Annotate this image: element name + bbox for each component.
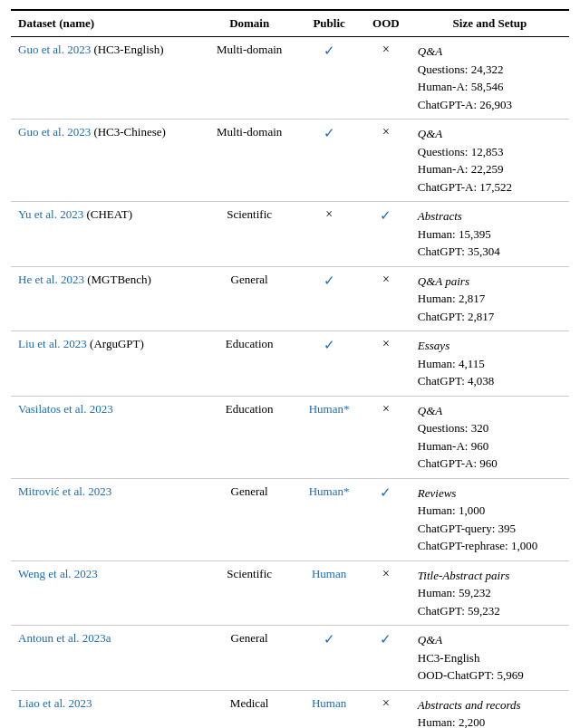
size-line: ChatGPT: 35,304 <box>418 244 500 258</box>
size-line: Human-A: 22,259 <box>418 162 504 176</box>
table-row: Liao et al. 2023MedicalHuman×Abstracts a… <box>11 690 569 728</box>
size-line: ChatGPT: 4,038 <box>418 374 495 388</box>
table-row: Guo et al. 2023 (HC3-Chinese)Multi-domai… <box>11 120 569 202</box>
cell-size: Q&AQuestions: 24,322Human-A: 58,546ChatG… <box>411 37 569 120</box>
cell-domain: General <box>202 626 296 691</box>
size-line: ChatGPT: 59,232 <box>418 604 500 618</box>
dataset-link[interactable]: Liao et al. 2023 <box>18 696 92 710</box>
dataset-link[interactable]: Weng et al. 2023 <box>18 567 98 580</box>
cell-ood: ✓ <box>362 478 411 560</box>
cell-domain: Education <box>202 331 296 397</box>
cell-domain: Medical <box>202 690 296 728</box>
cell-dataset-name: Liu et al. 2023 (ArguGPT) <box>11 331 202 397</box>
cross-icon: × <box>382 567 390 580</box>
check-icon: ✓ <box>380 208 392 223</box>
check-icon: ✓ <box>324 273 335 288</box>
size-line: Human: 59,232 <box>418 586 491 599</box>
cell-dataset-name: Yu et al. 2023 (CHEAT) <box>11 202 202 267</box>
cell-dataset-name: Mitrović et al. 2023 <box>11 478 202 560</box>
cell-ood: × <box>362 37 411 120</box>
cell-public: × <box>296 202 362 267</box>
cell-public: Human <box>296 560 362 626</box>
cross-icon: × <box>382 402 390 416</box>
size-line: Questions: 12,853 <box>418 145 504 158</box>
size-line: HC3-English <box>418 651 480 665</box>
dataset-name-suffix: (HC3-Chinese) <box>91 125 166 139</box>
table-row: Antoun et al. 2023aGeneral✓✓Q&AHC3-Engli… <box>11 626 569 691</box>
size-line: ChatGPT: 2,817 <box>418 310 495 323</box>
cell-size: Abstracts and recordsHuman: 2,200ChatGPT… <box>411 690 569 728</box>
check-icon: ✓ <box>380 485 392 500</box>
size-line: Human: 1,000 <box>418 503 485 517</box>
size-type: Abstracts and records <box>418 698 521 712</box>
cell-size: Q&A pairsHuman: 2,817ChatGPT: 2,817 <box>411 266 569 331</box>
cell-public: Human* <box>296 396 362 478</box>
cell-dataset-name: Antoun et al. 2023a <box>11 626 202 691</box>
table-container: Dataset (name) Domain Public OOD Size an… <box>0 0 580 728</box>
size-type: Q&A pairs <box>418 274 469 288</box>
table-row: Mitrović et al. 2023GeneralHuman*✓Review… <box>11 478 569 560</box>
table-row: Yu et al. 2023 (CHEAT)Scientific×✓Abstra… <box>11 202 569 267</box>
cell-public: ✓ <box>296 626 362 691</box>
cell-dataset-name: Guo et al. 2023 (HC3-Chinese) <box>11 120 202 202</box>
cell-dataset-name: He et al. 2023 (MGTBench) <box>11 266 202 331</box>
size-type: Essays <box>418 339 450 352</box>
size-line: Questions: 24,322 <box>418 62 504 76</box>
cell-domain: Scientific <box>202 560 296 626</box>
dataset-link[interactable]: Vasilatos et al. 2023 <box>18 402 113 416</box>
cell-domain: Education <box>202 396 296 478</box>
cell-public: Human <box>296 690 362 728</box>
cell-domain: Scientific <box>202 202 296 267</box>
cell-ood: × <box>362 396 411 478</box>
size-line: Human-A: 58,546 <box>418 80 504 93</box>
dataset-link[interactable]: Guo et al. 2023 <box>18 43 91 56</box>
size-line: Human-A: 960 <box>418 439 488 453</box>
table-row: Guo et al. 2023 (HC3-English)Multi-domai… <box>11 37 569 120</box>
size-line: ChatGPT-query: 395 <box>418 522 516 535</box>
dataset-link[interactable]: Liu et al. 2023 <box>18 337 87 350</box>
cross-icon: × <box>325 207 333 221</box>
dataset-name-suffix: (HC3-English) <box>91 43 164 56</box>
cell-ood: × <box>362 690 411 728</box>
dataset-link[interactable]: Guo et al. 2023 <box>18 125 91 139</box>
cell-ood: ✓ <box>362 202 411 267</box>
dataset-link[interactable]: Antoun et al. 2023a <box>18 631 111 645</box>
cross-icon: × <box>382 273 390 286</box>
size-line: Questions: 320 <box>418 421 488 435</box>
dataset-table: Dataset (name) Domain Public OOD Size an… <box>11 9 569 728</box>
cell-domain: General <box>202 478 296 560</box>
dataset-name-suffix: (MGTBench) <box>84 273 151 286</box>
size-line: Human: 2,817 <box>418 292 485 305</box>
size-line: ChatGPT-rephrase: 1,000 <box>418 539 537 552</box>
cell-size: Title-Abstract pairsHuman: 59,232ChatGPT… <box>411 560 569 626</box>
cell-ood: × <box>362 560 411 626</box>
table-row: Vasilatos et al. 2023EducationHuman*×Q&A… <box>11 396 569 478</box>
col-header-domain: Domain <box>202 10 296 37</box>
cross-icon: × <box>382 43 390 56</box>
col-header-size: Size and Setup <box>411 10 569 37</box>
size-line: OOD-ChatGPT: 5,969 <box>418 668 524 682</box>
cell-domain: General <box>202 266 296 331</box>
size-type: Q&A <box>418 633 442 647</box>
cross-icon: × <box>382 337 390 350</box>
header-row: Dataset (name) Domain Public OOD Size an… <box>11 10 569 37</box>
dataset-name-suffix: (CHEAT) <box>83 207 132 221</box>
table-row: Liu et al. 2023 (ArguGPT)Education✓×Essa… <box>11 331 569 397</box>
check-icon: ✓ <box>324 126 335 140</box>
cell-size: ReviewsHuman: 1,000ChatGPT-query: 395Cha… <box>411 478 569 560</box>
dataset-link[interactable]: Mitrović et al. 2023 <box>18 484 111 498</box>
size-type: Reviews <box>418 486 457 500</box>
dataset-link[interactable]: He et al. 2023 <box>18 273 84 286</box>
cell-size: EssaysHuman: 4,115ChatGPT: 4,038 <box>411 331 569 397</box>
cell-public: ✓ <box>296 266 362 331</box>
dataset-link[interactable]: Yu et al. 2023 <box>18 207 83 221</box>
check-icon: ✓ <box>324 632 335 647</box>
col-header-ood: OOD <box>362 10 411 37</box>
cell-size: Q&AQuestions: 12,853Human-A: 22,259ChatG… <box>411 120 569 202</box>
public-label: Human <box>312 567 346 580</box>
check-icon: ✓ <box>380 632 392 647</box>
public-label: Human* <box>309 484 350 498</box>
table-row: He et al. 2023 (MGTBench)General✓×Q&A pa… <box>11 266 569 331</box>
size-line: ChatGPT-A: 17,522 <box>418 180 512 194</box>
public-label: Human <box>312 696 346 710</box>
